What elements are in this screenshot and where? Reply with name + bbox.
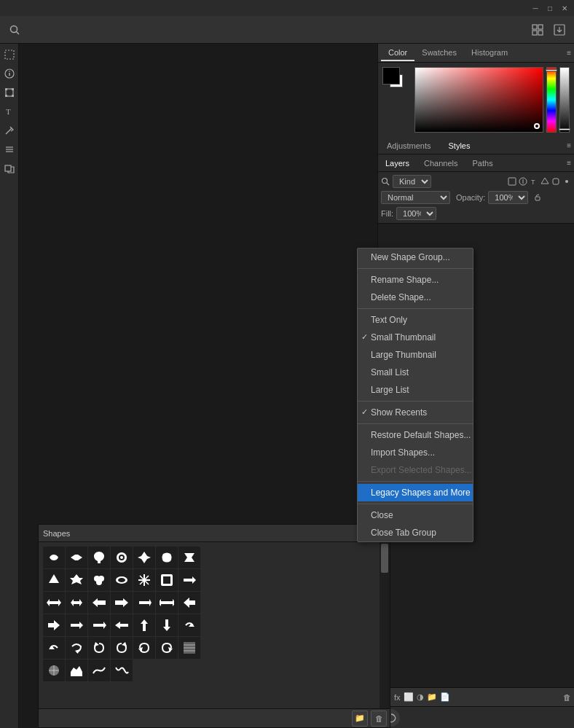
tool-shapes-icon[interactable] — [1, 160, 17, 176]
shape-item[interactable] — [66, 614, 87, 636]
shape-item[interactable] — [133, 592, 155, 614]
shape-item[interactable] — [178, 614, 200, 636]
export-icon[interactable] — [551, 21, 568, 39]
search-icon[interactable] — [6, 21, 23, 39]
shape-item[interactable] — [156, 592, 178, 614]
shape-item[interactable] — [111, 547, 133, 568]
tab-paths[interactable]: Paths — [465, 157, 500, 170]
hue-slider[interactable] — [546, 69, 557, 71]
tool-info-icon[interactable] — [1, 66, 17, 82]
tool-transform-icon[interactable] — [1, 85, 17, 101]
tab-channels[interactable]: Channels — [417, 157, 465, 170]
menu-rename-shape[interactable]: Rename Shape... — [358, 271, 473, 289]
shape-item[interactable] — [133, 614, 155, 636]
tab-histogram[interactable]: Histogram — [464, 45, 515, 61]
shape-item[interactable] — [43, 547, 65, 568]
tab-swatches[interactable]: Swatches — [414, 45, 464, 61]
shape-item[interactable] — [43, 592, 65, 614]
menu-large-list[interactable]: Large List — [358, 381, 473, 399]
shape-item[interactable] — [88, 614, 110, 636]
shape-item[interactable] — [43, 569, 65, 591]
shape-item[interactable] — [178, 547, 200, 568]
shape-item[interactable] — [133, 547, 155, 568]
shape-item[interactable] — [43, 637, 65, 659]
shapes-scroll-thumb[interactable] — [381, 544, 388, 573]
shapes-delete-button[interactable]: 🗑 — [371, 711, 387, 727]
hue-bar[interactable] — [546, 67, 557, 133]
new-group-icon[interactable]: 📁 — [427, 692, 437, 702]
layer-filter-pixel-icon[interactable] — [508, 177, 516, 186]
shape-item[interactable] — [66, 592, 87, 614]
tab-adjustments[interactable]: Adjustments — [378, 139, 440, 152]
shape-item[interactable] — [133, 637, 155, 659]
shape-item[interactable] — [111, 659, 133, 681]
value-slider[interactable] — [559, 128, 570, 130]
menu-delete-shape[interactable]: Delete Shape... — [358, 289, 473, 306]
tool-pen-icon[interactable] — [1, 122, 17, 138]
layout-icon[interactable] — [529, 21, 546, 39]
delete-layer-icon[interactable]: 🗑 — [563, 693, 571, 702]
new-layer-icon[interactable]: 📄 — [440, 692, 450, 702]
tool-layers-icon[interactable] — [1, 141, 17, 157]
menu-import-shapes[interactable]: Import Shapes... — [358, 444, 473, 461]
menu-close[interactable]: Close — [358, 506, 473, 524]
shape-item[interactable] — [111, 637, 133, 659]
menu-close-tab-group[interactable]: Close Tab Group — [358, 524, 473, 541]
kind-select[interactable]: Kind — [393, 175, 431, 188]
shape-item[interactable] — [111, 569, 133, 591]
shape-item[interactable] — [156, 614, 178, 636]
shape-item[interactable] — [156, 637, 178, 659]
adjustments-menu-icon[interactable]: ≡ — [567, 141, 571, 149]
layer-style-icon[interactable]: fx — [394, 693, 401, 702]
shape-item[interactable] — [88, 637, 110, 659]
tool-text-icon[interactable]: T — [1, 103, 17, 120]
menu-text-only[interactable]: Text Only — [358, 311, 473, 329]
shape-item[interactable] — [66, 659, 87, 681]
shapes-folder-button[interactable]: 📁 — [352, 711, 368, 727]
shape-item[interactable] — [88, 592, 110, 614]
maximize-button[interactable]: □ — [543, 1, 557, 15]
shape-item[interactable] — [178, 569, 200, 591]
minimize-button[interactable]: ─ — [529, 1, 542, 15]
value-bar[interactable] — [559, 67, 570, 133]
shape-item[interactable] — [133, 569, 155, 591]
foreground-color[interactable] — [382, 67, 400, 85]
shape-item[interactable] — [88, 569, 110, 591]
shape-item[interactable] — [66, 547, 87, 568]
shape-item[interactable] — [88, 659, 110, 681]
blend-mode-select[interactable]: Normal — [381, 191, 450, 204]
tab-styles[interactable]: Styles — [440, 139, 479, 152]
menu-large-thumbnail[interactable]: Large Thumbnail — [358, 346, 473, 364]
tool-marquee-icon[interactable] — [1, 47, 17, 63]
shape-item[interactable] — [66, 569, 87, 591]
close-button[interactable]: ✕ — [558, 1, 571, 15]
layer-filter-text-icon[interactable]: T — [530, 177, 538, 186]
menu-show-recents[interactable]: Show Recents — [358, 404, 473, 421]
tab-color[interactable]: Color — [381, 45, 414, 61]
shape-item[interactable] — [178, 637, 200, 659]
shape-item[interactable] — [111, 614, 133, 636]
layers-menu-icon[interactable]: ≡ — [567, 159, 571, 167]
shape-item[interactable] — [111, 592, 133, 614]
shape-item[interactable] — [66, 637, 87, 659]
shape-item[interactable] — [156, 547, 178, 568]
shape-item[interactable] — [43, 614, 65, 636]
fill-layer-icon[interactable]: ◑ — [417, 692, 424, 702]
shapes-scrollbar[interactable] — [380, 542, 390, 708]
menu-new-shape-group[interactable]: New Shape Group... — [358, 248, 473, 266]
color-gradient[interactable] — [414, 67, 543, 133]
shape-item[interactable] — [156, 569, 178, 591]
menu-small-thumbnail[interactable]: Small Thumbnail — [358, 329, 473, 346]
panel-menu-icon[interactable]: ≡ — [567, 49, 571, 57]
layer-filter-dot-icon[interactable] — [562, 177, 571, 186]
shape-item[interactable] — [178, 592, 200, 614]
shape-item[interactable] — [88, 547, 110, 568]
shape-item[interactable] — [43, 659, 65, 681]
layer-mask-icon[interactable]: ⬜ — [404, 692, 414, 702]
layer-filter-adj-icon[interactable] — [519, 177, 527, 186]
menu-restore-default[interactable]: Restore Default Shapes... — [358, 426, 473, 444]
layer-filter-smart-icon[interactable] — [551, 177, 560, 186]
tab-layers[interactable]: Layers — [378, 157, 417, 170]
opacity-select[interactable]: 100% — [488, 191, 528, 204]
fill-select[interactable]: 100% — [396, 207, 436, 220]
